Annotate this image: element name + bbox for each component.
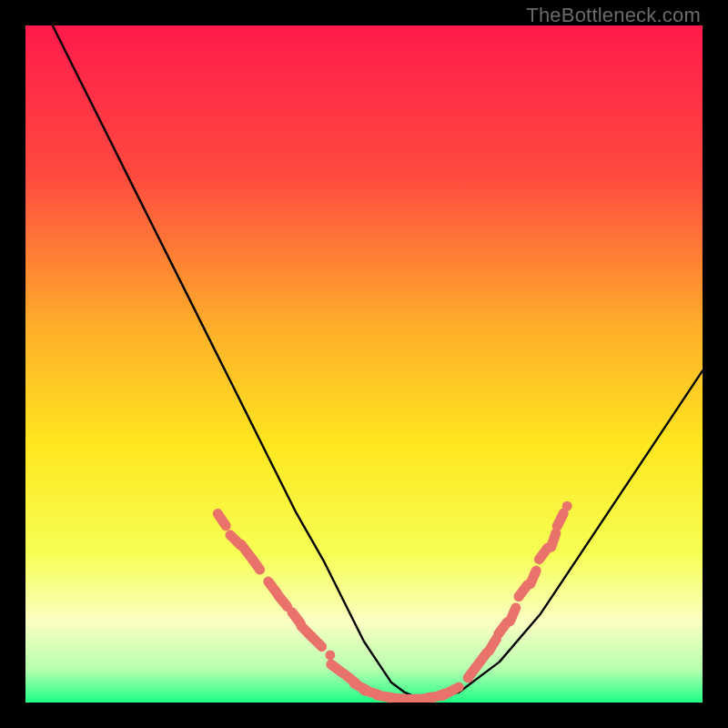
data-point	[251, 558, 259, 570]
chart-svg	[25, 25, 703, 703]
data-point	[489, 639, 496, 652]
chart-frame	[25, 25, 703, 703]
watermark-text: TheBottleneck.com	[526, 4, 701, 27]
gradient-background	[25, 25, 703, 703]
data-point	[551, 533, 556, 547]
data-point	[442, 689, 455, 696]
data-point	[539, 548, 548, 560]
data-point	[557, 513, 563, 526]
data-point	[519, 585, 528, 597]
data-point	[278, 595, 288, 606]
data-point	[511, 608, 516, 622]
data-point	[499, 622, 508, 634]
data-point	[531, 571, 536, 584]
data-point	[217, 514, 226, 526]
